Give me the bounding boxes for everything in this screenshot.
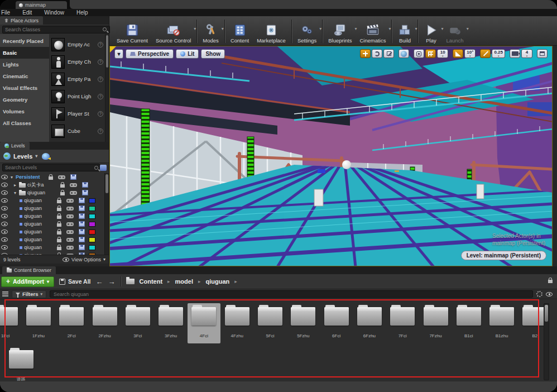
save-all-button[interactable]: Save All (59, 278, 90, 285)
levels-scrollbar[interactable] (104, 173, 109, 255)
lock-icon[interactable] (49, 176, 53, 180)
gamepad-icon[interactable] (58, 175, 65, 179)
category-all-classes[interactable]: All Classes (0, 117, 49, 129)
lock-icon[interactable] (57, 239, 61, 242)
view-settings-icon[interactable] (546, 292, 553, 297)
lock-icon[interactable] (57, 216, 61, 219)
lock-icon[interactable] (57, 208, 61, 211)
folder-tile[interactable]: 3Fzhu (154, 303, 187, 343)
menu-file[interactable]: File (1, 9, 10, 16)
lock-icon[interactable] (60, 192, 65, 195)
lock-icon[interactable] (57, 231, 61, 235)
dropdown-caret-icon[interactable]: ▾ (467, 26, 469, 31)
breadcrumb-caret[interactable]: ▸ (234, 279, 237, 284)
gamepad-icon[interactable] (66, 214, 74, 218)
menu-window[interactable]: Window (44, 9, 64, 16)
folder-tile[interactable]: 6Fci (320, 303, 353, 343)
rotation-snapping-button[interactable] (453, 49, 463, 58)
expand-caret-icon[interactable]: ▾ (9, 175, 14, 180)
sources-panel-icon[interactable] (2, 291, 8, 297)
folder-tile[interactable]: 7Fzhu (419, 303, 452, 343)
level-color-swatch[interactable] (89, 214, 95, 219)
modes-button[interactable]: Modes ▾ (199, 17, 223, 45)
gamepad-icon[interactable] (66, 199, 74, 203)
window-tab[interactable]: mainmap (16, 1, 67, 9)
folder-tile[interactable]: 4Fzhu (220, 303, 253, 343)
gamepad-icon[interactable] (66, 230, 74, 234)
content-browser-tab[interactable]: Content Browser (2, 266, 56, 274)
gamepad-icon[interactable] (66, 246, 74, 250)
add-import-button[interactable]: + Add/Import ▾ (1, 276, 54, 287)
visibility-eye-icon[interactable] (1, 198, 8, 203)
dropdown-caret-icon[interactable]: ▾ (388, 26, 391, 31)
dropdown-caret-icon[interactable]: ▾ (222, 26, 224, 31)
visibility-eye-icon[interactable] (1, 214, 8, 218)
save-current-button[interactable]: Save Current (113, 17, 152, 45)
settings-button[interactable]: Settings ▾ (294, 17, 320, 45)
content-button[interactable]: Content (227, 17, 253, 45)
search-levels-input[interactable] (2, 164, 100, 171)
save-level-icon[interactable] (79, 229, 85, 235)
folder-tile[interactable]: B1ci (452, 303, 485, 343)
forward-button[interactable]: → (108, 278, 116, 286)
category-basic[interactable]: Basic (0, 47, 49, 59)
level-row[interactable]: qiuguan (0, 220, 104, 228)
build-button[interactable]: Build ▾ (393, 17, 416, 45)
surface-snapping-button[interactable] (414, 49, 424, 58)
camera-speed-button[interactable] (510, 49, 520, 58)
category-volumes[interactable]: Volumes (0, 106, 49, 117)
level-row[interactable]: qiuguan (0, 204, 104, 212)
settings-gear-icon[interactable] (536, 291, 542, 297)
level-row[interactable]: qiuguan (0, 197, 104, 204)
gamepad-icon[interactable] (70, 183, 77, 187)
folder-tile[interactable]: 7Fci (386, 303, 419, 343)
menu-help[interactable]: Help (76, 9, 88, 16)
filters-button[interactable]: Filters ▾ (12, 290, 46, 298)
world-local-toggle-button[interactable] (398, 49, 409, 58)
folder-tile[interactable]: 3Fci (121, 303, 154, 343)
dropdown-caret-icon[interactable]: ▾ (415, 26, 417, 31)
lock-content-browser-icon[interactable] (548, 280, 553, 283)
scale-snapping-button[interactable] (480, 49, 491, 58)
gamepad-icon[interactable] (70, 191, 77, 195)
level-row-folder[interactable]: ▾ qiuguan (0, 189, 104, 197)
lock-icon[interactable] (60, 184, 65, 188)
translate-tool-button[interactable] (360, 49, 371, 58)
category-geometry[interactable]: Geometry (0, 94, 49, 106)
save-level-icon[interactable] (82, 182, 88, 188)
level-row-persistent[interactable]: ▾ Persistent (0, 173, 104, 181)
actor-item-point-light[interactable]: Point Ligh ? (51, 88, 104, 105)
grid-snapping-button[interactable] (425, 49, 436, 58)
visibility-eye-icon[interactable] (1, 183, 8, 187)
content-browser-scrollbar[interactable] (544, 303, 549, 380)
rotation-snap-value[interactable]: 10°▾ (464, 49, 476, 58)
place-actors-scrollbar[interactable] (105, 34, 109, 142)
dropdown-caret-icon[interactable]: ▾ (319, 26, 321, 31)
scale-snap-value[interactable]: 0.25▾ (492, 49, 505, 58)
expand-caret-icon[interactable]: ▸ (13, 183, 17, 188)
lit-mode-button[interactable]: Lit (176, 49, 199, 59)
perspective-button[interactable]: Perspective (126, 49, 174, 59)
dropdown-caret-icon[interactable]: ▾ (194, 26, 196, 31)
level-color-swatch[interactable] (89, 230, 95, 235)
level-row[interactable]: qiuguan (0, 236, 104, 243)
level-color-swatch[interactable] (89, 222, 95, 227)
view-options-button[interactable]: View Options ▾ (63, 257, 105, 262)
new-level-icon[interactable] (42, 153, 50, 160)
actor-item-cube[interactable]: Cube ? (51, 122, 104, 140)
save-level-icon[interactable] (79, 237, 85, 242)
level-row[interactable]: qiuguan (0, 212, 104, 220)
launch-button[interactable]: Launch ▾ (442, 17, 467, 45)
visibility-eye-icon[interactable] (1, 190, 8, 195)
lock-icon[interactable] (57, 247, 61, 250)
blueprints-button[interactable]: Blueprints ▾ (324, 17, 356, 45)
lock-icon[interactable] (57, 200, 61, 203)
category-lights[interactable]: Lights (0, 59, 49, 70)
search-assets-input[interactable] (50, 290, 533, 298)
save-level-icon[interactable] (70, 174, 76, 180)
actor-item-empty-actor[interactable]: Empty Ac ? (51, 36, 104, 53)
visibility-eye-icon[interactable] (1, 222, 8, 226)
category-visual-effects[interactable]: Visual Effects (0, 82, 49, 94)
folder-tile-selected[interactable]: 4Fci (188, 303, 220, 343)
level-row[interactable]: qiuguan (0, 228, 104, 236)
